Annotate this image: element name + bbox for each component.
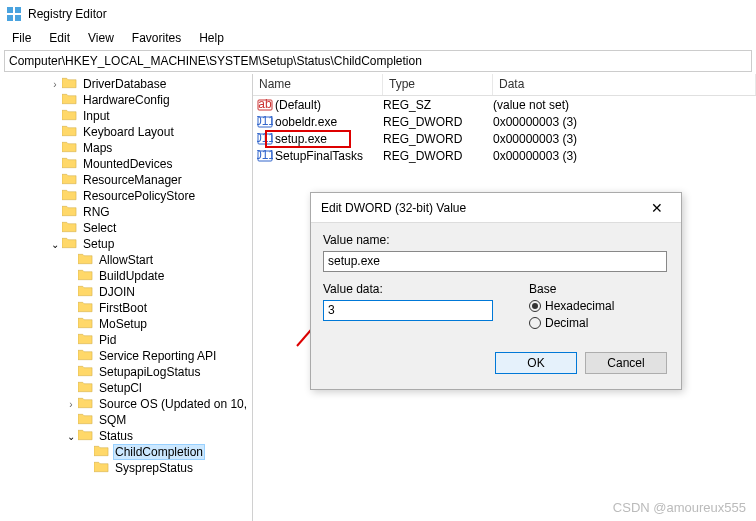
tree-label: SetupapiLogStatus (97, 365, 202, 379)
edit-dword-dialog: Edit DWORD (32-bit) Value ✕ Value name: … (310, 192, 682, 390)
folder-icon (94, 445, 110, 459)
tree-item[interactable]: Input (0, 108, 252, 124)
folder-icon (62, 221, 78, 235)
tree-item[interactable]: MountedDevices (0, 156, 252, 172)
tree-item[interactable]: Service Reporting API (0, 348, 252, 364)
value-type: REG_DWORD (383, 132, 493, 146)
svg-text:011: 011 (257, 148, 273, 162)
folder-icon (62, 173, 78, 187)
tree-item[interactable]: BuildUpdate (0, 268, 252, 284)
tree-item[interactable]: FirstBoot (0, 300, 252, 316)
tree-label: RNG (81, 205, 112, 219)
menu-view[interactable]: View (80, 29, 122, 47)
list-header: Name Type Data (253, 74, 756, 96)
menu-file[interactable]: File (4, 29, 39, 47)
svg-text:011: 011 (257, 131, 273, 145)
radio-hexadecimal[interactable]: Hexadecimal (529, 299, 669, 313)
folder-icon (78, 381, 94, 395)
chevron-down-icon[interactable]: ⌄ (48, 239, 62, 250)
chevron-right-icon[interactable]: › (48, 79, 62, 90)
value-name-label: Value name: (323, 233, 669, 247)
svg-rect-0 (7, 7, 13, 13)
folder-icon (78, 285, 94, 299)
tree-item[interactable]: Pid (0, 332, 252, 348)
folder-icon (62, 77, 78, 91)
tree-label: HardwareConfig (81, 93, 172, 107)
tree-item[interactable]: ⌄Status (0, 428, 252, 444)
tree-item[interactable]: Select (0, 220, 252, 236)
tree-item[interactable]: AllowStart (0, 252, 252, 268)
tree-item[interactable]: MoSetup (0, 316, 252, 332)
tree-item[interactable]: ›Source OS (Updated on 10, (0, 396, 252, 412)
list-row[interactable]: 011oobeldr.exeREG_DWORD0x00000003 (3) (253, 113, 756, 130)
value-data-input[interactable]: 3 (323, 300, 493, 321)
tree-label: MoSetup (97, 317, 149, 331)
list-row[interactable]: 011setup.exeREG_DWORD0x00000003 (3) (253, 130, 756, 147)
tree-label: SysprepStatus (113, 461, 195, 475)
list-row[interactable]: ab(Default)REG_SZ(value not set) (253, 96, 756, 113)
svg-rect-2 (7, 15, 13, 21)
tree-item[interactable]: SQM (0, 412, 252, 428)
tree-item[interactable]: HardwareConfig (0, 92, 252, 108)
tree-label: Service Reporting API (97, 349, 218, 363)
tree-item[interactable]: Maps (0, 140, 252, 156)
tree-item[interactable]: RNG (0, 204, 252, 220)
radio-icon (529, 300, 541, 312)
svg-text:011: 011 (257, 114, 273, 128)
tree-label: ResourceManager (81, 173, 184, 187)
tree-panel[interactable]: ›DriverDatabaseHardwareConfigInputKeyboa… (0, 74, 253, 521)
radio-decimal[interactable]: Decimal (529, 316, 669, 330)
menu-edit[interactable]: Edit (41, 29, 78, 47)
folder-icon (78, 413, 94, 427)
menubar: File Edit View Favorites Help (0, 28, 756, 48)
col-data[interactable]: Data (493, 74, 756, 95)
window-title: Registry Editor (28, 7, 107, 21)
folder-icon (78, 429, 94, 443)
tree-label: ChildCompletion (113, 444, 205, 460)
dialog-titlebar[interactable]: Edit DWORD (32-bit) Value ✕ (311, 193, 681, 223)
tree-item[interactable]: ›DriverDatabase (0, 76, 252, 92)
list-row[interactable]: 011SetupFinalTasksREG_DWORD0x00000003 (3… (253, 147, 756, 164)
tree-label: Input (81, 109, 112, 123)
app-icon (6, 6, 22, 22)
tree-item[interactable]: ResourceManager (0, 172, 252, 188)
svg-text:ab: ab (258, 97, 272, 111)
col-name[interactable]: Name (253, 74, 383, 95)
folder-icon (78, 269, 94, 283)
tree-label: BuildUpdate (97, 269, 166, 283)
folder-icon (62, 237, 78, 251)
chevron-right-icon[interactable]: › (64, 399, 78, 410)
folder-icon (78, 333, 94, 347)
value-data: 0x00000003 (3) (493, 115, 577, 129)
tree-item[interactable]: SysprepStatus (0, 460, 252, 476)
tree-label: DJOIN (97, 285, 137, 299)
menu-help[interactable]: Help (191, 29, 232, 47)
menu-favorites[interactable]: Favorites (124, 29, 189, 47)
value-type: REG_DWORD (383, 149, 493, 163)
cancel-button[interactable]: Cancel (585, 352, 667, 374)
value-data: (value not set) (493, 98, 569, 112)
value-name: SetupFinalTasks (275, 149, 383, 163)
folder-icon (94, 461, 110, 475)
ok-button[interactable]: OK (495, 352, 577, 374)
address-bar[interactable]: Computer\HKEY_LOCAL_MACHINE\SYSTEM\Setup… (4, 50, 752, 72)
value-type: REG_SZ (383, 98, 493, 112)
dialog-title: Edit DWORD (32-bit) Value (321, 201, 466, 215)
chevron-down-icon[interactable]: ⌄ (64, 431, 78, 442)
tree-item[interactable]: Keyboard Layout (0, 124, 252, 140)
tree-label: SQM (97, 413, 128, 427)
value-name: oobeldr.exe (275, 115, 383, 129)
tree-label: Status (97, 429, 135, 443)
col-type[interactable]: Type (383, 74, 493, 95)
tree-item[interactable]: ⌄Setup (0, 236, 252, 252)
folder-icon (62, 157, 78, 171)
close-icon[interactable]: ✕ (641, 196, 673, 220)
tree-item[interactable]: SetupCl (0, 380, 252, 396)
tree-item[interactable]: ChildCompletion (0, 444, 252, 460)
tree-label: Source OS (Updated on 10, (97, 397, 249, 411)
tree-item[interactable]: DJOIN (0, 284, 252, 300)
value-name-input[interactable]: setup.exe (323, 251, 667, 272)
tree-label: DriverDatabase (81, 77, 168, 91)
tree-item[interactable]: ResourcePolicyStore (0, 188, 252, 204)
tree-item[interactable]: SetupapiLogStatus (0, 364, 252, 380)
